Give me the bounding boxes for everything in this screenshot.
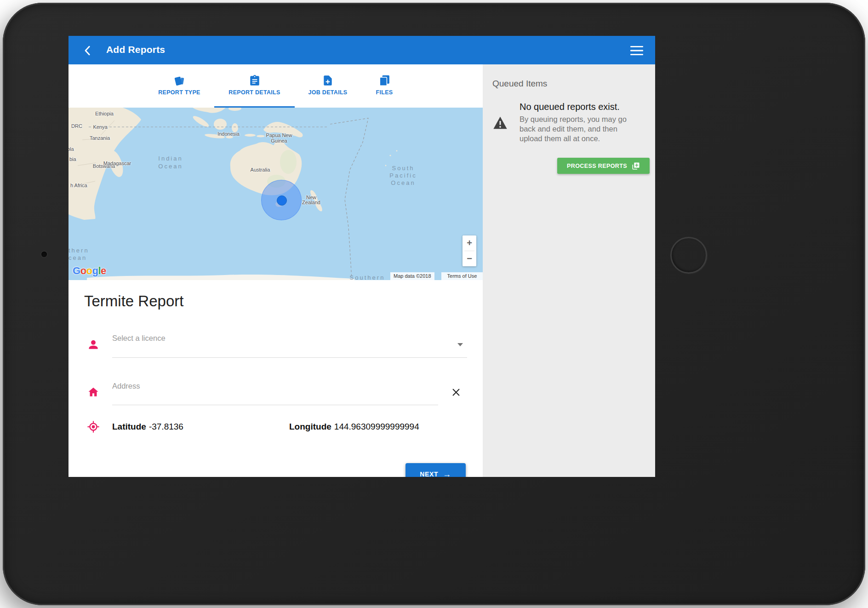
longitude-value: 144.96309999999994 [334, 422, 419, 431]
process-reports-label: PROCESS REPORTS [567, 163, 627, 169]
map-label-ocean: South [392, 165, 415, 172]
address-underline [112, 405, 438, 405]
app-bar: Add Reports [69, 36, 655, 64]
process-reports-button[interactable]: PROCESS REPORTS [557, 158, 650, 174]
map-zoom-control: + − [463, 235, 476, 266]
cards-icon [173, 75, 185, 86]
tab-files[interactable]: FILES [364, 64, 405, 108]
home-icon [87, 386, 100, 399]
tab-report-details[interactable]: REPORT DETAILS [214, 64, 295, 108]
warning-icon [493, 116, 508, 130]
map-label-country: Papua New [266, 132, 292, 138]
chevron-down-icon[interactable] [457, 343, 463, 346]
zoom-in-button[interactable]: + [463, 235, 476, 251]
page-title: Add Reports [106, 44, 165, 55]
note-add-icon [322, 75, 334, 86]
hamburger-icon [630, 46, 643, 55]
map-label-country: Indonesia [217, 131, 240, 137]
map-label-ocean: Indian [158, 155, 183, 162]
map-label-country: bia [69, 156, 76, 162]
report-title: Termite Report [84, 293, 183, 310]
map-label-country: Madagascar [103, 161, 131, 166]
licence-select-field[interactable]: Select a licence [112, 334, 166, 343]
queue-add-icon [632, 162, 640, 170]
address-field[interactable]: Address [112, 382, 140, 390]
hamburger-menu-button[interactable] [630, 46, 643, 55]
clear-address-button[interactable] [451, 387, 461, 397]
latitude-readout: Latitude-37.8136 [112, 422, 183, 432]
empty-state-title: No queued reports exist. [520, 102, 620, 112]
close-icon [451, 387, 461, 397]
location-accuracy-circle [261, 180, 302, 220]
tab-label: REPORT TYPE [145, 89, 214, 96]
location-marker-dot [277, 195, 287, 206]
files-icon [378, 75, 390, 86]
back-button[interactable] [82, 45, 94, 57]
chevron-left-icon [82, 45, 94, 57]
zoom-out-button[interactable]: − [463, 251, 476, 266]
terms-of-use-link[interactable]: Terms of Use [441, 272, 483, 280]
next-button[interactable]: NEXT → [405, 463, 466, 477]
map-label-country: h Africa [70, 183, 87, 188]
map-label-ocean: Southern [350, 274, 385, 280]
google-logo[interactable]: Google [73, 265, 106, 277]
map-label-country: DRC [71, 123, 82, 129]
tab-label: REPORT DETAILS [214, 89, 295, 96]
map-label-ocean: Ocean [158, 163, 183, 170]
gps-target-icon [87, 420, 100, 433]
tab-label: JOB DETAILS [296, 89, 360, 96]
latitude-value: -37.8136 [149, 422, 183, 431]
arrow-right-icon: → [443, 470, 451, 477]
tab-report-type[interactable]: REPORT TYPE [145, 64, 214, 108]
tab-bar: REPORT TYPE REPORT DETAILS JOB DETAILS [69, 64, 483, 108]
map-canvas[interactable]: Ethiopia Kenya DRC Tanzania ola bia Bots… [69, 108, 483, 280]
tab-job-details[interactable]: JOB DETAILS [296, 64, 360, 108]
licence-underline [112, 357, 467, 358]
tablet-frame: Add Reports REPORT TYPE [3, 3, 865, 605]
map-label-country: Kenya [93, 124, 107, 130]
map-label-ocean: Pacific [389, 172, 417, 179]
map-label-country: ola [69, 146, 74, 152]
home-button[interactable] [670, 237, 707, 274]
camera-dot [41, 252, 47, 257]
map-label-ocean: thern [69, 247, 89, 254]
longitude-label: Longitude [289, 422, 331, 431]
tab-label: FILES [364, 89, 405, 96]
map-label-country: Australia [251, 167, 270, 172]
empty-state-body: By queuing reports, you may go back and … [520, 115, 637, 143]
map-label-ocean: cean [69, 254, 87, 261]
map-attribution: Map data ©2018 [390, 272, 434, 280]
map-label-ocean: Ocean [391, 179, 415, 186]
map-label-country: Guinea [271, 138, 287, 143]
person-icon [87, 338, 100, 351]
map-label-country: Zealand [302, 200, 320, 205]
map-label-country: Ethiopia [95, 111, 114, 116]
map-label-country: Tanzania [90, 135, 110, 141]
next-button-label: NEXT [420, 470, 438, 477]
clipboard-icon [249, 75, 261, 86]
latitude-label: Latitude [112, 422, 146, 431]
queued-items-panel: Queued Items No queued reports exist. By… [483, 64, 655, 477]
longitude-readout: Longitude144.96309999999994 [289, 422, 419, 432]
queued-items-title: Queued Items [492, 79, 547, 89]
app-screen: Add Reports REPORT TYPE [69, 36, 655, 477]
